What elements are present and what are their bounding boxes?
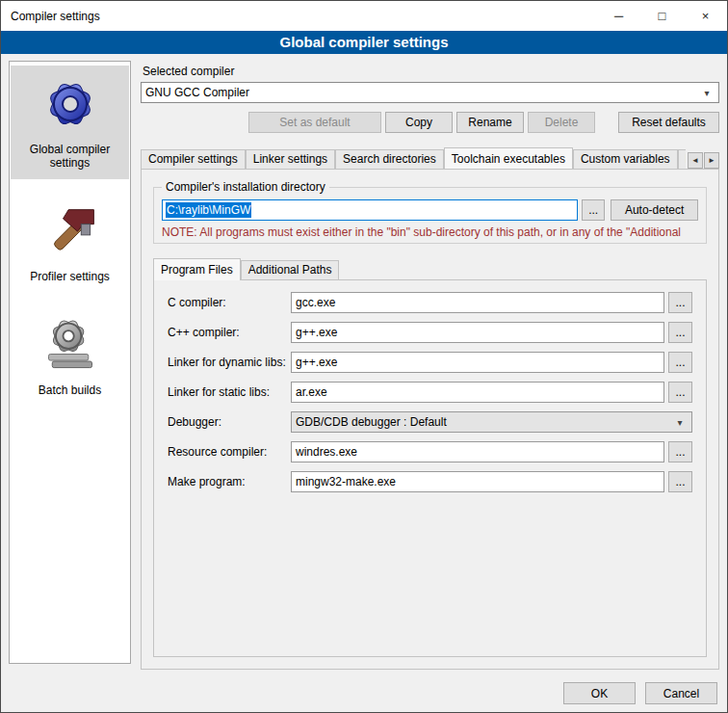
install-dir-input[interactable]: C:\raylib\MinGW bbox=[162, 199, 578, 221]
tab-linker-settings[interactable]: Linker settings bbox=[246, 149, 335, 169]
cancel-button[interactable]: Cancel bbox=[645, 682, 717, 704]
field-row-make-program: Make program: mingw32-make.exe ... bbox=[168, 471, 692, 492]
gray-gear-icon bbox=[41, 318, 99, 376]
subtab-additional-paths[interactable]: Additional Paths bbox=[241, 260, 340, 279]
tab-scroll-left-button[interactable]: ◄ bbox=[688, 152, 703, 169]
tab-compiler-settings[interactable]: Compiler settings bbox=[141, 149, 246, 169]
sidebar: Global compiler settings Profiler settin… bbox=[9, 61, 131, 664]
compiler-buttons-row: Set as default Copy Rename Delete Reset … bbox=[141, 112, 719, 133]
c-compiler-input[interactable]: gcc.exe bbox=[291, 292, 664, 313]
tab-scroll-arrows: ◄ ► bbox=[688, 152, 719, 169]
field-label: Resource compiler: bbox=[168, 445, 291, 459]
make-program-browse-button[interactable]: ... bbox=[668, 471, 692, 492]
cpp-compiler-browse-button[interactable]: ... bbox=[668, 322, 692, 343]
resource-compiler-input[interactable]: windres.exe bbox=[291, 441, 664, 462]
minimize-button[interactable]: ─ bbox=[597, 1, 640, 31]
window-title: Compiler settings bbox=[11, 10, 597, 23]
footer-buttons: OK Cancel bbox=[563, 682, 717, 704]
subtab-program-files[interactable]: Program Files bbox=[153, 258, 241, 280]
compiler-select-value: GNU GCC Compiler bbox=[145, 86, 699, 99]
subtabstrip: Program Files Additional Paths bbox=[153, 257, 707, 279]
field-label: Debugger: bbox=[168, 415, 291, 429]
field-label: C++ compiler: bbox=[168, 326, 291, 339]
copy-button[interactable]: Copy bbox=[385, 112, 453, 133]
field-value: gcc.exe bbox=[296, 296, 335, 309]
field-label: Linker for static libs: bbox=[168, 385, 291, 399]
chevron-down-icon: ▾ bbox=[699, 88, 715, 98]
field-row-dynamic-linker: Linker for dynamic libs: g++.exe ... bbox=[168, 352, 692, 373]
tab-search-directories[interactable]: Search directories bbox=[335, 149, 444, 169]
field-value: windres.exe bbox=[296, 445, 357, 459]
dynamic-linker-input[interactable]: g++.exe bbox=[291, 352, 664, 373]
main-panel: Selected compiler GNU GCC Compiler ▾ Set… bbox=[141, 61, 719, 670]
static-linker-browse-button[interactable]: ... bbox=[668, 382, 692, 403]
field-label: Make program: bbox=[168, 475, 291, 489]
install-dir-browse-button[interactable]: ... bbox=[582, 199, 605, 221]
tabstrip: Compiler settings Linker settings Search… bbox=[141, 146, 719, 169]
titlebar: Compiler settings ─ □ × bbox=[1, 1, 727, 31]
field-value: ar.exe bbox=[296, 385, 327, 399]
compiler-select[interactable]: GNU GCC Compiler ▾ bbox=[141, 82, 719, 103]
dynamic-linker-browse-button[interactable]: ... bbox=[668, 352, 692, 373]
auto-detect-button[interactable]: Auto-detect bbox=[611, 199, 698, 221]
make-program-input[interactable]: mingw32-make.exe bbox=[291, 471, 664, 492]
reset-defaults-button[interactable]: Reset defaults bbox=[618, 112, 719, 133]
compiler-settings-dialog: Compiler settings ─ □ × Global compiler … bbox=[0, 0, 728, 713]
install-dir-row: C:\raylib\MinGW ... Auto-detect bbox=[162, 199, 698, 221]
field-label: C compiler: bbox=[168, 296, 291, 309]
note-text: NOTE: All programs must exist either in … bbox=[162, 225, 698, 239]
close-button[interactable]: × bbox=[684, 1, 727, 31]
resource-compiler-browse-button[interactable]: ... bbox=[668, 441, 692, 462]
tab-build-options[interactable]: Buil bbox=[678, 149, 686, 169]
install-dir-groupbox: Compiler's installation directory C:\ray… bbox=[153, 187, 707, 244]
install-dir-group-title: Compiler's installation directory bbox=[162, 180, 329, 194]
dialog-content: Global compiler settings Profiler settin… bbox=[1, 54, 727, 712]
selected-compiler-label: Selected compiler bbox=[143, 65, 719, 78]
blue-gear-icon bbox=[39, 73, 101, 135]
field-row-resource-compiler: Resource compiler: windres.exe ... bbox=[168, 441, 692, 462]
ok-button[interactable]: OK bbox=[563, 682, 636, 704]
field-row-c-compiler: C compiler: gcc.exe ... bbox=[168, 292, 692, 313]
selected-text: C:\raylib\MinGW bbox=[166, 202, 251, 218]
chevron-down-icon: ▾ bbox=[672, 417, 688, 428]
program-files-panel: C compiler: gcc.exe ... C++ compiler: g+… bbox=[153, 279, 707, 657]
debugger-select[interactable]: GDB/CDB debugger : Default ▾ bbox=[291, 411, 692, 433]
tabs-scroller: Compiler settings Linker settings Search… bbox=[141, 147, 686, 169]
profiler-tool-icon bbox=[41, 204, 99, 262]
field-row-cpp-compiler: C++ compiler: g++.exe ... bbox=[168, 322, 692, 343]
debugger-select-value: GDB/CDB debugger : Default bbox=[296, 415, 672, 429]
sidebar-item-profiler-settings[interactable]: Profiler settings bbox=[11, 197, 129, 293]
field-value: g++.exe bbox=[296, 356, 337, 369]
sidebar-item-label: Profiler settings bbox=[30, 270, 110, 283]
tab-toolchain-executables[interactable]: Toolchain executables bbox=[444, 147, 573, 169]
tab-scroll-right-button[interactable]: ► bbox=[704, 152, 719, 169]
maximize-button[interactable]: □ bbox=[640, 1, 684, 31]
field-value: mingw32-make.exe bbox=[296, 475, 396, 489]
rename-button[interactable]: Rename bbox=[456, 112, 524, 133]
field-value: g++.exe bbox=[296, 326, 337, 339]
set-as-default-button: Set as default bbox=[248, 112, 381, 133]
cpp-compiler-input[interactable]: g++.exe bbox=[291, 322, 664, 343]
static-linker-input[interactable]: ar.exe bbox=[291, 382, 664, 403]
c-compiler-browse-button[interactable]: ... bbox=[668, 292, 692, 313]
page-title: Global compiler settings bbox=[1, 31, 727, 54]
sidebar-item-label: Batch builds bbox=[39, 383, 101, 397]
toolchain-executables-panel: Compiler's installation directory C:\ray… bbox=[141, 169, 719, 670]
field-label: Linker for dynamic libs: bbox=[168, 356, 291, 369]
sidebar-item-global-compiler-settings[interactable]: Global compiler settings bbox=[11, 66, 129, 179]
sidebar-item-batch-builds[interactable]: Batch builds bbox=[11, 310, 129, 407]
tab-custom-variables[interactable]: Custom variables bbox=[573, 149, 678, 169]
delete-button: Delete bbox=[528, 112, 595, 133]
field-row-static-linker: Linker for static libs: ar.exe ... bbox=[168, 382, 692, 403]
field-row-debugger: Debugger: GDB/CDB debugger : Default ▾ bbox=[168, 411, 692, 433]
sidebar-item-label: Global compiler settings bbox=[13, 143, 127, 170]
